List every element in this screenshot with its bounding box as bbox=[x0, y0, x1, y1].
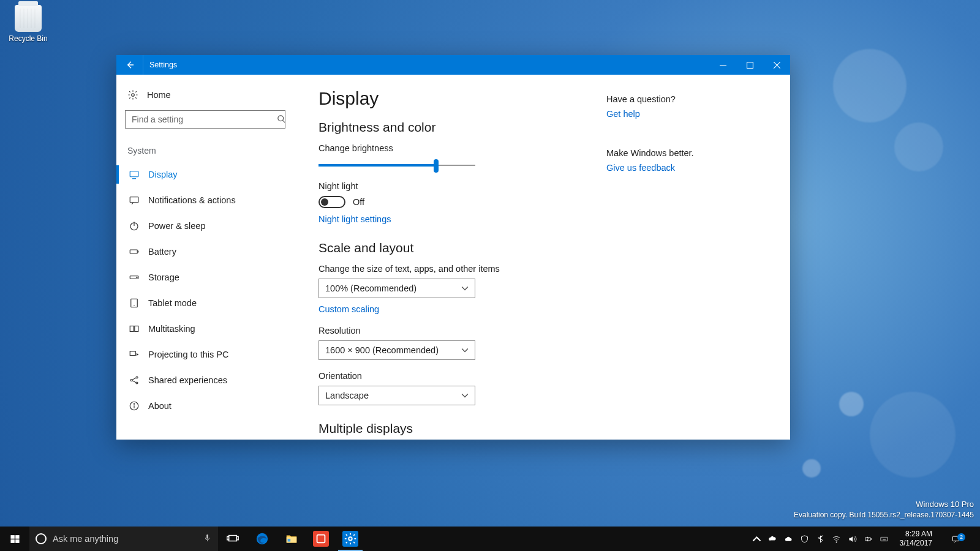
tray-chevron-up[interactable] bbox=[752, 533, 763, 544]
task-view-button[interactable] bbox=[218, 527, 247, 551]
svg-point-42 bbox=[836, 541, 837, 542]
sidebar-item-label: Multitasking bbox=[148, 324, 195, 334]
sidebar: Home System Display Notifications & acti… bbox=[116, 75, 300, 440]
svg-rect-9 bbox=[130, 197, 138, 203]
sidebar-item-label: Shared experiences bbox=[148, 375, 227, 385]
windows-watermark: Windows 10 Pro Evaluation copy. Build 15… bbox=[794, 499, 974, 520]
orientation-value: Landscape bbox=[325, 391, 369, 400]
close-button[interactable] bbox=[763, 55, 790, 75]
project-icon bbox=[129, 349, 140, 360]
svg-rect-12 bbox=[130, 250, 137, 253]
search-input[interactable] bbox=[125, 110, 285, 129]
sidebar-item-storage[interactable]: Storage bbox=[125, 264, 291, 290]
tray-keyboard-icon[interactable] bbox=[879, 533, 890, 544]
desktop-icon-recycle-bin[interactable]: Recycle Bin bbox=[5, 5, 51, 43]
night-light-settings-link[interactable]: Night light settings bbox=[318, 214, 391, 224]
settings-window: Settings Home System bbox=[116, 55, 790, 440]
svg-point-23 bbox=[136, 382, 138, 384]
svg-rect-39 bbox=[288, 539, 291, 542]
resolution-dropdown[interactable]: 980 × 551 (Recommended) bbox=[318, 340, 475, 360]
tray-power-icon[interactable] bbox=[863, 533, 874, 544]
sidebar-home[interactable]: Home bbox=[125, 86, 291, 110]
cortana-search[interactable]: Ask me anything bbox=[29, 527, 218, 551]
svg-point-4 bbox=[132, 94, 135, 97]
tray-bluetooth-icon[interactable] bbox=[815, 533, 826, 544]
task-view-icon bbox=[226, 532, 239, 545]
bokeh bbox=[833, 49, 907, 122]
sidebar-item-label: About bbox=[148, 401, 172, 411]
minimize-button[interactable] bbox=[709, 55, 736, 75]
svg-point-15 bbox=[137, 277, 137, 277]
start-button[interactable] bbox=[0, 527, 29, 551]
sidebar-item-label: Battery bbox=[148, 247, 176, 257]
tray-cloud-icon[interactable] bbox=[783, 533, 794, 544]
cortana-icon bbox=[36, 533, 47, 544]
action-center-button[interactable]: 2 bbox=[942, 534, 969, 544]
svg-rect-30 bbox=[15, 535, 19, 539]
titlebar[interactable]: Settings bbox=[116, 55, 790, 75]
taskbar-app-explorer[interactable] bbox=[277, 527, 306, 551]
brightness-slider[interactable] bbox=[318, 158, 475, 173]
taskbar-clock[interactable]: 8:29 AM 3/14/2017 bbox=[895, 530, 937, 548]
recycle-bin-icon bbox=[15, 5, 42, 32]
night-light-label: Night light bbox=[318, 181, 772, 191]
tray-defender-icon[interactable] bbox=[799, 533, 810, 544]
sidebar-item-battery[interactable]: Battery bbox=[125, 239, 291, 264]
sidebar-item-about[interactable]: About bbox=[125, 393, 291, 419]
back-button[interactable] bbox=[116, 55, 143, 75]
tray-wifi-icon[interactable] bbox=[831, 533, 842, 544]
svg-line-25 bbox=[132, 381, 136, 383]
window-title: Settings bbox=[143, 61, 709, 69]
close-icon bbox=[774, 62, 780, 69]
taskbar: Ask me anything 8:29 AM 3/14/2017 bbox=[0, 527, 980, 551]
scale-dropdown[interactable]: 100% (Recommended) bbox=[318, 279, 475, 298]
sidebar-item-multitasking[interactable]: Multitasking bbox=[125, 316, 291, 342]
chevron-down-icon bbox=[461, 347, 469, 354]
info-icon bbox=[129, 400, 140, 411]
night-light-toggle[interactable] bbox=[318, 196, 345, 208]
rail-make-better: Make Windows better. bbox=[606, 148, 766, 158]
svg-point-22 bbox=[136, 377, 138, 378]
orientation-dropdown[interactable]: Landscape bbox=[318, 386, 475, 405]
sidebar-item-label: Storage bbox=[148, 272, 179, 282]
svg-rect-40 bbox=[317, 535, 325, 543]
taskbar-app-recorder[interactable] bbox=[306, 527, 336, 551]
search-icon bbox=[277, 114, 286, 126]
share-icon bbox=[129, 375, 140, 386]
sidebar-item-display[interactable]: Display bbox=[125, 162, 291, 187]
maximize-button[interactable] bbox=[736, 55, 763, 75]
svg-rect-1 bbox=[747, 62, 753, 68]
mic-icon[interactable] bbox=[203, 533, 212, 544]
taskbar-app-settings[interactable] bbox=[336, 527, 365, 551]
svg-rect-35 bbox=[227, 536, 229, 540]
sidebar-item-tablet[interactable]: Tablet mode bbox=[125, 290, 291, 316]
content-area: Display Brightness and color Change brig… bbox=[300, 75, 790, 440]
chevron-down-icon bbox=[461, 285, 469, 292]
get-help-link[interactable]: Get help bbox=[606, 109, 640, 119]
system-tray: 8:29 AM 3/14/2017 2 bbox=[749, 527, 980, 551]
feedback-link[interactable]: Give us feedback bbox=[606, 163, 675, 173]
bokeh bbox=[894, 122, 943, 171]
svg-point-21 bbox=[130, 380, 132, 381]
sidebar-item-projecting[interactable]: Projecting to this PC bbox=[125, 342, 291, 367]
svg-rect-20 bbox=[130, 351, 135, 356]
night-light-state: Off bbox=[353, 197, 364, 207]
svg-point-28 bbox=[134, 403, 134, 404]
rail-question: Have a question? bbox=[606, 94, 766, 104]
watermark-edition: Windows 10 Pro bbox=[794, 499, 974, 510]
sidebar-item-power[interactable]: Power & sleep bbox=[125, 213, 291, 239]
sidebar-item-shared[interactable]: Shared experiences bbox=[125, 367, 291, 393]
svg-point-5 bbox=[278, 116, 284, 121]
custom-scaling-link[interactable]: Custom scaling bbox=[318, 304, 379, 314]
search-box[interactable] bbox=[125, 110, 291, 129]
sidebar-item-label: Notifications & actions bbox=[148, 195, 236, 205]
tray-onedrive-icon[interactable] bbox=[767, 533, 778, 544]
tray-volume-icon[interactable] bbox=[847, 533, 858, 544]
slider-thumb[interactable] bbox=[434, 159, 439, 173]
taskbar-app-edge[interactable] bbox=[247, 527, 277, 551]
monitor-icon bbox=[129, 169, 140, 180]
svg-rect-31 bbox=[10, 539, 14, 543]
sidebar-item-notifications[interactable]: Notifications & actions bbox=[125, 187, 291, 213]
section-multiple: Multiple displays bbox=[318, 421, 772, 436]
sidebar-category: System bbox=[127, 146, 291, 156]
